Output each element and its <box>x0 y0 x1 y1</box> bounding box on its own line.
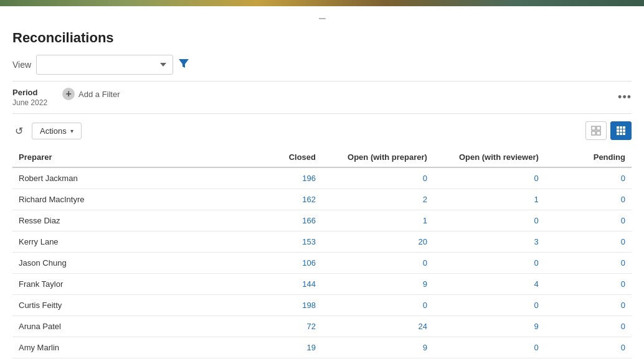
header-closed: Closed <box>229 147 322 167</box>
tile-view-toggle[interactable] <box>610 121 632 140</box>
grid-view-toggle[interactable] <box>585 121 607 140</box>
header-preparer: Preparer <box>12 147 229 167</box>
svg-rect-8 <box>617 129 619 132</box>
table-row[interactable]: Resse Diaz166100 <box>12 210 632 231</box>
view-row: View <box>12 55 632 75</box>
svg-rect-10 <box>623 129 625 132</box>
svg-rect-13 <box>623 133 625 135</box>
view-select[interactable] <box>36 55 173 75</box>
table-row[interactable]: Robert Jackman196000 <box>12 167 632 189</box>
table-row[interactable]: Richard MacIntyre162210 <box>12 189 632 210</box>
period-value: June 2022 <box>12 98 47 107</box>
view-label: View <box>12 60 31 70</box>
add-filter-icon: + <box>62 88 75 100</box>
reconciliations-table: Preparer Closed Open (with preparer) Ope… <box>12 147 632 364</box>
header-open-preparer: Open (with preparer) <box>322 147 433 167</box>
toolbar-left: ↺ Actions ▾ <box>12 123 82 139</box>
table-header-row: Preparer Closed Open (with preparer) Ope… <box>12 147 632 167</box>
add-filter-button[interactable]: + Add a Filter <box>62 88 120 100</box>
actions-label: Actions <box>40 126 67 136</box>
header-pending: Pending <box>545 147 632 167</box>
period-block: Period June 2022 <box>12 88 47 107</box>
svg-rect-7 <box>623 126 625 129</box>
svg-rect-11 <box>617 133 619 135</box>
svg-rect-4 <box>597 131 600 135</box>
table-row[interactable]: Aruna Patel722490 <box>12 316 632 337</box>
svg-rect-2 <box>597 126 600 130</box>
more-options-button[interactable]: ••• <box>618 91 632 104</box>
table-row[interactable]: Agatha Roth1453940 <box>12 358 632 365</box>
svg-rect-12 <box>620 133 622 135</box>
drag-handle[interactable]: ⎯ <box>0 6 644 20</box>
table-row[interactable]: Jason Chung106000 <box>12 253 632 274</box>
add-filter-label: Add a Filter <box>78 90 120 99</box>
svg-rect-1 <box>592 126 595 130</box>
toolbar-row: ↺ Actions ▾ <box>12 121 632 140</box>
svg-rect-3 <box>592 131 595 135</box>
svg-rect-6 <box>620 126 622 129</box>
actions-button[interactable]: Actions ▾ <box>32 123 82 139</box>
page-title: Reconciliations <box>12 30 632 46</box>
svg-rect-5 <box>617 126 619 129</box>
filter-bar-left: Period June 2022 + Add a Filter <box>12 88 120 107</box>
table-row[interactable]: Amy Marlin19900 <box>12 337 632 358</box>
svg-marker-0 <box>179 59 189 68</box>
refresh-button[interactable]: ↺ <box>12 123 26 139</box>
filter-bar: Period June 2022 + Add a Filter ••• <box>12 81 632 114</box>
header-open-reviewer: Open (with reviewer) <box>433 147 545 167</box>
table-row[interactable]: Curtis Feitty198000 <box>12 295 632 316</box>
toolbar-right <box>585 121 632 140</box>
actions-caret: ▾ <box>70 128 73 134</box>
table-row[interactable]: Frank Taylor144940 <box>12 274 632 295</box>
top-banner <box>0 0 644 6</box>
table-row[interactable]: Kerry Lane1532030 <box>12 231 632 253</box>
period-label: Period <box>12 88 47 97</box>
filter-icon[interactable] <box>178 58 189 72</box>
svg-rect-9 <box>620 129 622 132</box>
